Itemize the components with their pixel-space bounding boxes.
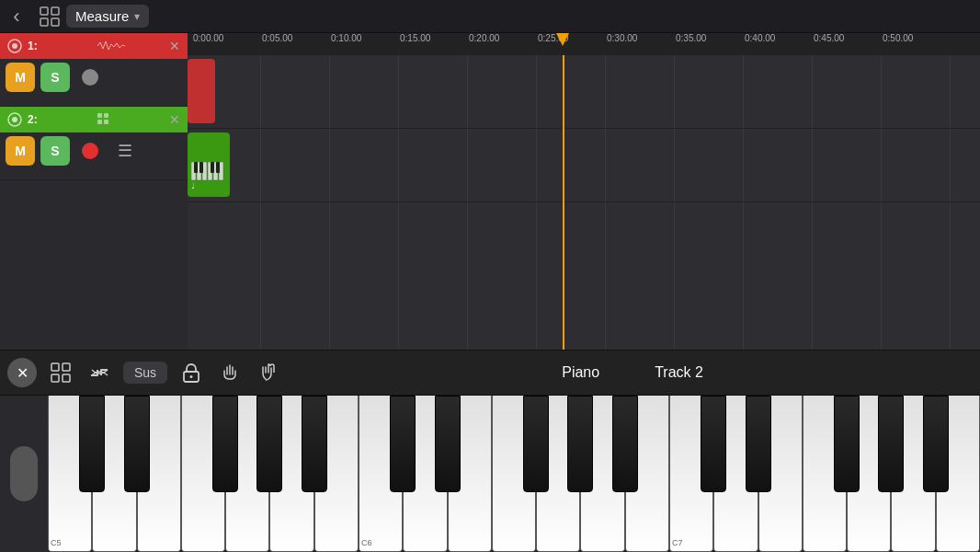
controller-bar: ✕ Sus xyxy=(0,350,980,396)
track1-name: 1: xyxy=(28,40,90,52)
black-key[interactable] xyxy=(256,396,282,492)
track1-record-dot xyxy=(82,69,98,86)
controller-center: Piano Track 2 xyxy=(292,364,973,381)
grid-button[interactable] xyxy=(33,0,66,33)
main-area: 1: ✕ M S xyxy=(0,33,980,350)
track2-controls: M S ☰ xyxy=(0,132,188,169)
black-key[interactable] xyxy=(124,396,150,492)
header: ‹ Measure ▾ xyxy=(0,0,980,33)
black-key[interactable] xyxy=(302,396,327,492)
svg-rect-23 xyxy=(51,363,59,371)
piano-grid-icon xyxy=(51,362,71,383)
hand-icon xyxy=(220,362,240,383)
grid-icon xyxy=(40,6,60,27)
black-key[interactable] xyxy=(567,396,593,492)
point-icon xyxy=(258,362,279,383)
track2-segment[interactable]: ♩ xyxy=(188,132,230,197)
ruler-mark-9: 0:45.00 xyxy=(812,33,844,43)
svg-rect-2 xyxy=(40,18,48,26)
piano-scroll-handle[interactable] xyxy=(0,396,48,552)
svg-rect-20 xyxy=(211,162,214,173)
track2-list-button[interactable]: ☰ xyxy=(110,136,140,166)
track2-name: 2: xyxy=(28,113,90,126)
track2-solo-button[interactable]: S xyxy=(40,136,70,166)
svg-rect-26 xyxy=(63,374,70,382)
black-key[interactable] xyxy=(834,396,860,492)
track-empty-area xyxy=(0,180,188,350)
track1-header: 1: ✕ xyxy=(0,33,188,59)
black-key[interactable] xyxy=(746,396,771,492)
track-row-1: 1: ✕ M S xyxy=(0,33,188,107)
hand-button[interactable] xyxy=(215,358,245,387)
black-key[interactable] xyxy=(701,396,726,492)
track2-icon xyxy=(6,110,24,129)
key-label: C6 xyxy=(361,538,372,547)
svg-rect-3 xyxy=(51,18,59,26)
point-button[interactable] xyxy=(254,358,283,387)
ruler-mark-0: 0:00.00 xyxy=(191,33,223,43)
controller-swap-button[interactable] xyxy=(85,358,114,387)
lock-button[interactable] xyxy=(177,358,206,387)
svg-rect-21 xyxy=(216,162,220,173)
title-label: Measure xyxy=(75,8,129,24)
black-key[interactable] xyxy=(612,396,638,492)
ruler-mark-10: 0:50.00 xyxy=(881,33,913,43)
track1-mute-button[interactable]: M xyxy=(6,63,35,92)
black-key[interactable] xyxy=(212,396,238,492)
playhead-ruler-marker xyxy=(563,33,575,46)
track1-controls: M S xyxy=(0,59,188,96)
track2-record-button[interactable] xyxy=(75,136,105,166)
back-button[interactable]: ‹ xyxy=(0,0,33,33)
playhead[interactable] xyxy=(563,55,564,350)
timeline-track2-row: ♩ xyxy=(188,129,980,202)
track1-solo-button[interactable]: S xyxy=(40,63,70,92)
chevron-down-icon: ▾ xyxy=(134,10,140,23)
piano-label: Piano xyxy=(562,364,599,381)
timeline-track1-row xyxy=(188,55,980,129)
track2-close-button[interactable]: ✕ xyxy=(167,112,182,127)
ruler-mark-3: 0:15.00 xyxy=(398,33,430,43)
track2-record-dot xyxy=(82,143,98,159)
title-dropdown[interactable]: Measure ▾ xyxy=(66,5,149,28)
svg-rect-24 xyxy=(63,363,70,371)
track2-grid-icon xyxy=(97,113,110,126)
svg-rect-11 xyxy=(104,120,108,124)
svg-rect-18 xyxy=(194,162,198,173)
key-label: C5 xyxy=(51,538,62,547)
svg-point-29 xyxy=(190,375,193,378)
track1-segment[interactable] xyxy=(188,59,215,123)
track1-close-button[interactable]: ✕ xyxy=(167,39,182,53)
ruler-mark-1: 0:05.00 xyxy=(260,33,292,43)
swap-icon xyxy=(89,362,109,383)
track2-mute-button[interactable]: M xyxy=(6,136,35,166)
piano-keys[interactable]: C5C6C7 xyxy=(48,396,980,552)
svg-point-5 xyxy=(12,43,17,49)
black-key[interactable] xyxy=(435,396,461,492)
ruler-mark-6: 0:30.00 xyxy=(605,33,637,43)
black-key[interactable] xyxy=(878,396,904,492)
controller-close-button[interactable]: ✕ xyxy=(7,358,37,387)
svg-rect-25 xyxy=(51,374,59,382)
svg-rect-19 xyxy=(199,162,203,173)
track1-record-button[interactable] xyxy=(75,63,105,92)
track1-icon xyxy=(6,37,24,55)
piano-segment-icon: ♩ xyxy=(191,162,224,193)
svg-rect-8 xyxy=(97,113,102,118)
timeline-ruler: 0:00.00 0:05.00 0:10.00 0:15.00 0:20.00 … xyxy=(188,33,980,55)
black-key[interactable] xyxy=(923,396,949,492)
black-key[interactable] xyxy=(390,396,416,492)
black-key[interactable] xyxy=(79,396,105,492)
track-label: Track 2 xyxy=(655,364,703,381)
controller-piano-grid-button[interactable] xyxy=(46,358,75,387)
key-label: C7 xyxy=(672,538,683,547)
svg-rect-1 xyxy=(51,7,59,15)
black-key[interactable] xyxy=(523,396,549,492)
svg-rect-9 xyxy=(104,113,108,118)
track-row-2: 2: ✕ M S ☰ xyxy=(0,107,188,180)
sus-label[interactable]: Sus xyxy=(123,362,167,384)
timeline-area[interactable]: 0:00.00 0:05.00 0:10.00 0:15.00 0:20.00 … xyxy=(188,33,980,350)
piano-area: C5C6C7 xyxy=(0,396,980,552)
track-list: 1: ✕ M S xyxy=(0,33,188,350)
svg-text:♩: ♩ xyxy=(191,181,195,190)
close-icon: ✕ xyxy=(17,364,28,382)
